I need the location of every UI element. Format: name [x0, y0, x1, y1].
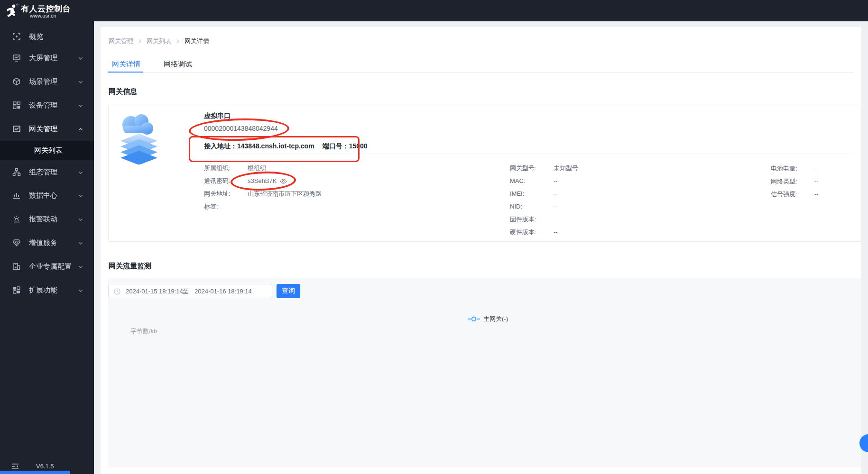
date-range-separator: 至 [182, 288, 188, 295]
collapse-sidebar-icon[interactable] [11, 463, 19, 470]
breadcrumb-gateway-list[interactable]: 网关列表 [147, 37, 171, 46]
field-label: 通讯密码: [204, 177, 248, 185]
legend-line-icon [468, 316, 480, 322]
field-label: 固件版本: [510, 215, 554, 224]
usr-logo-icon [5, 3, 19, 18]
sidebar-item-label: 企业专属配置 [29, 262, 72, 271]
sidebar-item-device-management[interactable]: 设备管理 [0, 95, 94, 116]
sidebar-item-config-management[interactable]: 组态管理 [0, 162, 94, 182]
chevron-down-icon [78, 217, 83, 222]
field-row-nid: NID: -- [510, 202, 558, 211]
chart-legend-main-gateway[interactable]: 主网关(-) [468, 315, 508, 323]
field-label: 信号强度: [771, 190, 814, 199]
app-window: 有人云控制台 www.usr.cn 概览 大屏管理 [0, 0, 868, 474]
field-label: 标签: [204, 202, 248, 211]
breadcrumb: 网关管理 网关列表 网关详情 [109, 37, 209, 46]
field-label: NID: [510, 202, 554, 211]
chevron-up-icon [78, 127, 83, 132]
logo[interactable]: 有人云控制台 www.usr.cn [0, 0, 94, 21]
extend-icon [12, 286, 21, 294]
active-tab-indicator [108, 72, 143, 73]
field-row-mac: MAC: -- [510, 177, 558, 185]
date-start-value[interactable]: 2024-01-15 18:19:14 [126, 288, 183, 295]
date-range-input[interactable]: 2024-01-15 18:19:14 至 2024-01-16 18:19:1… [108, 284, 272, 298]
field-value: 未知型号 [554, 164, 578, 173]
chevron-down-icon [78, 288, 83, 293]
field-row-network-type: 网络类型: -- [771, 177, 819, 186]
overview-icon [12, 32, 21, 41]
chevron-down-icon [78, 264, 83, 270]
sidebar-item-enterprise-config[interactable]: 企业专属配置 [0, 256, 94, 277]
tab-gateway-detail[interactable]: 网关详情 [112, 60, 140, 69]
scene-icon [12, 77, 21, 86]
chevron-down-icon [78, 170, 83, 175]
sidebar-item-data-center[interactable]: 数据中心 [0, 185, 94, 206]
top-header [94, 0, 868, 21]
tab-network-debug[interactable]: 网络调试 [164, 60, 192, 69]
field-row-tags: 标签: [204, 202, 248, 211]
breadcrumb-gateway-management[interactable]: 网关管理 [109, 37, 133, 46]
sidebar-item-label: 大屏管理 [29, 54, 57, 63]
field-label: 电池电量: [771, 164, 814, 173]
alarm-icon [12, 215, 21, 223]
field-value: 根组织 [248, 164, 266, 173]
field-row-hardware: 硬件版本: -- [510, 228, 558, 237]
breadcrumb-separator-icon [138, 39, 142, 44]
query-button-label: 查询 [282, 287, 295, 295]
sidebar: 有人云控制台 www.usr.cn 概览 大屏管理 [0, 0, 94, 474]
device-type-label: 虚拟串口 [204, 112, 231, 120]
sidebar-item-scene-management[interactable]: 场景管理 [0, 71, 94, 92]
gateway-serial: 00002000143848042944 [204, 125, 278, 132]
sidebar-item-label: 网关管理 [29, 125, 57, 134]
sidebar-item-label: 报警联动 [29, 215, 57, 224]
data-center-icon [12, 191, 21, 200]
breadcrumb-separator-icon [175, 39, 180, 44]
sidebar-item-value-added-services[interactable]: 增值服务 [0, 232, 94, 253]
query-button[interactable]: 查询 [277, 284, 300, 298]
sidebar-item-extended-functions[interactable]: 扩展功能 [0, 280, 94, 301]
cloud-gateway-illustration [114, 109, 164, 164]
field-label: MAC: [510, 177, 554, 185]
field-row-firmware: 固件版本: [510, 215, 554, 224]
port-value: 15000 [349, 142, 368, 151]
breadcrumb-gateway-detail: 网关详情 [185, 37, 209, 46]
sidebar-item-label: 扩展功能 [29, 286, 57, 295]
chevron-down-icon [78, 55, 83, 61]
access-address-label: 接入地址： [204, 142, 237, 151]
sidebar-item-gateway-list[interactable]: 网关列表 [0, 141, 94, 160]
field-value: -- [554, 228, 558, 237]
field-row-comm-password: 通讯密码: s3SehB7K [204, 177, 287, 185]
date-end-value[interactable]: 2024-01-16 18:19:14 [194, 288, 252, 295]
app-site: www.usr.cn [30, 13, 56, 18]
sidebar-item-label: 场景管理 [29, 77, 57, 86]
sidebar-item-label: 设备管理 [29, 101, 57, 110]
comm-password-value: s3SehB7K [248, 177, 277, 185]
eye-icon[interactable] [280, 179, 287, 184]
device-icon [12, 101, 21, 109]
field-row-battery: 电池电量: -- [771, 164, 819, 173]
gateway-icon [12, 125, 21, 133]
field-row-signal: 信号强度: -- [771, 190, 819, 199]
version-label: V6.1.5 [36, 463, 54, 470]
chart-y-axis-label: 字节数/kb [130, 327, 157, 336]
sidebar-item-overview[interactable]: 概览 [0, 26, 94, 47]
enterprise-icon [12, 262, 21, 271]
sidebar-item-screen-management[interactable]: 大屏管理 [0, 47, 94, 68]
sidebar-item-gateway-management[interactable]: 网关管理 [0, 118, 94, 139]
card-divider [204, 154, 854, 154]
field-row-gateway-address: 网关地址: 山东省济南市历下区颖秀路 [204, 190, 322, 198]
field-label: IMEI: [510, 190, 554, 198]
field-value: -- [554, 202, 558, 211]
sidebar-item-label: 增值服务 [29, 238, 57, 247]
port-label: 端口号： [323, 142, 349, 151]
legend-label: 主网关(-) [483, 315, 508, 323]
access-address-value: 143848.cnsh.iot-tcp.com [237, 142, 314, 151]
chevron-down-icon [78, 103, 83, 109]
config-icon [12, 168, 21, 176]
field-value: -- [814, 177, 819, 186]
traffic-section-title: 网关流量监测 [109, 262, 151, 271]
sidebar-item-alarm-linkage[interactable]: 报警联动 [0, 209, 94, 229]
field-label: 网关地址: [204, 190, 248, 198]
gateway-info-title: 网关信息 [109, 87, 137, 96]
field-value: 山东省济南市历下区颖秀路 [248, 190, 322, 198]
